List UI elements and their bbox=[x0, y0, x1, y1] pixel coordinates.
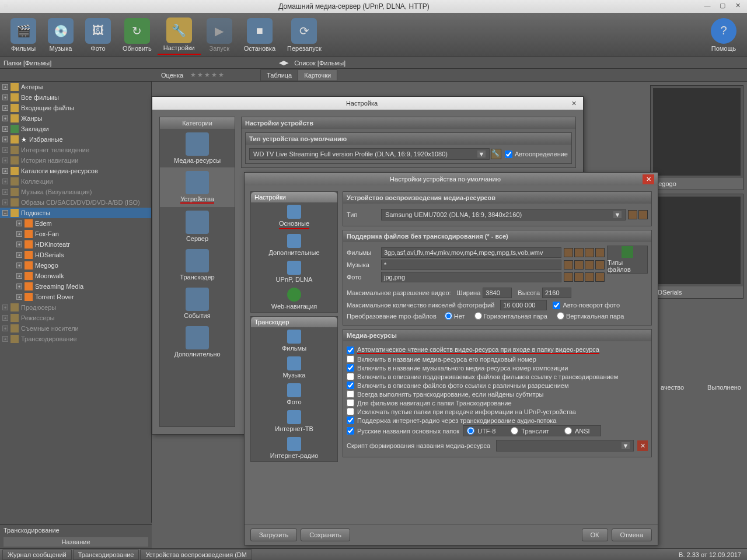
refresh-button[interactable]: ↻Обновить bbox=[117, 16, 158, 54]
tab-t-photo[interactable]: Фото bbox=[251, 381, 337, 408]
ext-photo-input[interactable]: jpg,png bbox=[381, 272, 561, 282]
settings-tabs-panel: Настройки Основные Дополнительные UPnP, … bbox=[250, 191, 338, 518]
chk-nav-transcode[interactable]: Для фильмов навигация с папки Транскодир… bbox=[347, 399, 648, 407]
maximize-button[interactable]: ▢ bbox=[715, 2, 729, 11]
start-button[interactable]: ▶Запуск bbox=[201, 16, 238, 54]
status-tab-log[interactable]: Журнал сообщений bbox=[2, 550, 72, 560]
chk-photo-res[interactable]: Включить в описание файлов фото ссылки с… bbox=[347, 382, 648, 389]
profile-combo[interactable]: WD TV Live Streaming Full version Profil… bbox=[249, 148, 490, 160]
tab-additional[interactable]: Дополнительные bbox=[251, 232, 337, 258]
status-tab-devices[interactable]: Устройства воспроизведения (DM bbox=[140, 550, 252, 560]
third-bar: Оценка ★★★★★ Таблица Карточки bbox=[0, 69, 747, 82]
load-button[interactable]: Загрузить bbox=[250, 528, 297, 541]
settings-close-button[interactable]: ✕ bbox=[568, 100, 580, 107]
tab-t-iradio[interactable]: Интернет-радио bbox=[251, 435, 337, 461]
cat-transcoder[interactable]: Транскодер bbox=[160, 246, 235, 284]
device-btn1[interactable] bbox=[628, 210, 637, 219]
transcode-panel: Транскодирование Название bbox=[0, 524, 152, 548]
chk-music-track[interactable]: Включить в название музыкального медиа-р… bbox=[347, 364, 648, 372]
app-icon: 🖥 bbox=[2, 3, 9, 10]
settings-button[interactable]: 🔧Настройки bbox=[158, 15, 201, 55]
cards-panel: Megogo HDSerials bbox=[650, 85, 743, 302]
height-input[interactable] bbox=[542, 288, 571, 298]
chk-exclude-empty[interactable]: Исключать пустые папки при передаче инфо… bbox=[347, 408, 648, 415]
window-title: Домашний медиа-сервер (UPnP, DLNA, HTTP) bbox=[9, 2, 699, 10]
device-dialog-title: Настройки устройства по-умолчанию ✕ bbox=[245, 173, 658, 186]
close-button[interactable]: ✕ bbox=[731, 2, 745, 11]
ext-music-input[interactable]: * bbox=[381, 260, 561, 270]
script-combo[interactable]: ▼ bbox=[496, 440, 634, 452]
categories-panel: Категории Медиа-ресурсы Устройства Серве… bbox=[159, 117, 235, 427]
folders-label: Папки [Фильмы] bbox=[4, 60, 51, 66]
file-types-button[interactable]: Типы файлов bbox=[607, 246, 648, 274]
enc-translit[interactable]: Транслит bbox=[511, 427, 549, 435]
tab-t-itv[interactable]: Интернет-ТВ bbox=[251, 408, 337, 435]
cat-media[interactable]: Медиа-ресурсы bbox=[160, 129, 235, 167]
main-toolbar: 🎬Фильмы 💿Музыка 🖼Фото ↻Обновить 🔧Настрой… bbox=[0, 13, 747, 57]
tab-upnp[interactable]: UPnP, DLNA bbox=[251, 258, 337, 285]
statusbar: Журнал сообщений Транскодирование Устрой… bbox=[0, 548, 747, 560]
width-input[interactable] bbox=[483, 288, 512, 298]
tab-t-music[interactable]: Музыка bbox=[251, 354, 337, 381]
tab-cards[interactable]: Карточки bbox=[298, 69, 337, 81]
chk-autoread[interactable]: Автоматическое чтение свойств видео-ресу… bbox=[347, 346, 648, 354]
folder-tree[interactable]: +Актеры +Все фильмы +Входящие файлы +Жан… bbox=[0, 82, 152, 548]
device-type-combo[interactable]: Samsung UEMU7002 (DLNA, 16:9, 3840x2160)… bbox=[381, 209, 626, 220]
enc-ansi[interactable]: ANSI bbox=[564, 427, 590, 435]
help-button[interactable]: ?Помощь bbox=[705, 16, 742, 54]
enc-utf8[interactable]: UTF-8 bbox=[467, 427, 495, 435]
ok-button[interactable]: ОК bbox=[582, 528, 608, 541]
rating-label: Оценка bbox=[161, 72, 183, 79]
chk-subs-transcode[interactable]: Всегда выполнять транскодирование, если … bbox=[347, 390, 648, 398]
device-btn2[interactable] bbox=[638, 210, 648, 219]
stop-button[interactable]: ■Остановка bbox=[238, 16, 281, 54]
save-button[interactable]: Сохранить bbox=[301, 528, 350, 541]
mpo-none-radio[interactable]: Нет bbox=[445, 312, 465, 320]
status-tab-transcode[interactable]: Транскодирование bbox=[73, 550, 139, 560]
device-dialog-footer: Загрузить Сохранить ОК Отмена bbox=[245, 524, 658, 545]
tab-main[interactable]: Основные bbox=[251, 202, 337, 232]
script-delete-icon[interactable]: ✕ bbox=[637, 440, 648, 451]
ext-movies-input[interactable]: 3gp,asf,avi,flv,m4v,mkv,mov,mp4,mpeg,mpg… bbox=[381, 247, 561, 258]
mpo-vert-radio[interactable]: Вертикальная пара bbox=[557, 312, 624, 320]
cat-devices[interactable]: Устройства bbox=[160, 167, 235, 207]
restart-button[interactable]: ⟳Перезапуск bbox=[281, 16, 327, 54]
photo-button[interactable]: 🖼Фото bbox=[79, 16, 117, 54]
cat-additional[interactable]: Дополнительно bbox=[160, 323, 235, 361]
cat-events[interactable]: События bbox=[160, 284, 235, 323]
device-settings-dialog: Настройки устройства по-умолчанию ✕ Наст… bbox=[244, 172, 658, 545]
secondary-bar: Папки [Фильмы] ◀▶ Список [Фильмы] bbox=[0, 57, 747, 69]
list-label: Список [Фильмы] bbox=[294, 60, 345, 66]
auto-rotate-checkbox[interactable]: Авто-поворот фото bbox=[553, 302, 620, 309]
chk-internet-radio[interactable]: Поддержка интернет-радио через транскоди… bbox=[347, 416, 648, 424]
version-label: В. 2.33 от 12.09.2017 bbox=[679, 551, 745, 558]
profile-edit-icon[interactable]: 🔧 bbox=[491, 149, 501, 159]
movies-button[interactable]: 🎬Фильмы bbox=[5, 16, 42, 54]
mpo-horiz-radio[interactable]: Горизонтальная пара bbox=[474, 312, 547, 320]
card-megogo[interactable]: Megogo bbox=[650, 85, 743, 190]
chk-ordinal[interactable]: Включить в название медиа-ресурса его по… bbox=[347, 355, 648, 363]
titlebar: 🖥 Домашний медиа-сервер (UPnP, DLNA, HTT… bbox=[0, 0, 747, 13]
tab-t-movies[interactable]: Фильмы bbox=[251, 327, 337, 354]
chk-russian-names[interactable]: Русские названия основных папок UTF-8 Тр… bbox=[347, 425, 648, 436]
settings-dialog-title: Настройка ✕ bbox=[152, 97, 583, 110]
pixels-input[interactable] bbox=[500, 300, 547, 310]
cancel-button[interactable]: Отмена bbox=[612, 528, 652, 541]
chk-transcode-link[interactable]: Включить в описание поддерживаемых файло… bbox=[347, 373, 648, 380]
view-tabs: Таблица Карточки bbox=[260, 69, 337, 81]
tab-table[interactable]: Таблица bbox=[260, 69, 298, 81]
stars-icon: ★★★★★ bbox=[190, 71, 225, 79]
encoding-group: UTF-8 Транслит ANSI bbox=[463, 425, 601, 436]
tree-podcasts[interactable]: −Подкасты bbox=[0, 208, 151, 218]
card-hdserials[interactable]: HDSerials bbox=[650, 194, 743, 299]
music-button[interactable]: 💿Музыка bbox=[42, 16, 79, 54]
minimize-button[interactable]: — bbox=[700, 2, 714, 11]
device-close-button[interactable]: ✕ bbox=[643, 174, 654, 184]
cat-server[interactable]: Сервер bbox=[160, 207, 235, 246]
autodetect-checkbox[interactable]: Автоопределение bbox=[505, 150, 568, 158]
tab-web[interactable]: Web-навигация bbox=[251, 285, 337, 312]
